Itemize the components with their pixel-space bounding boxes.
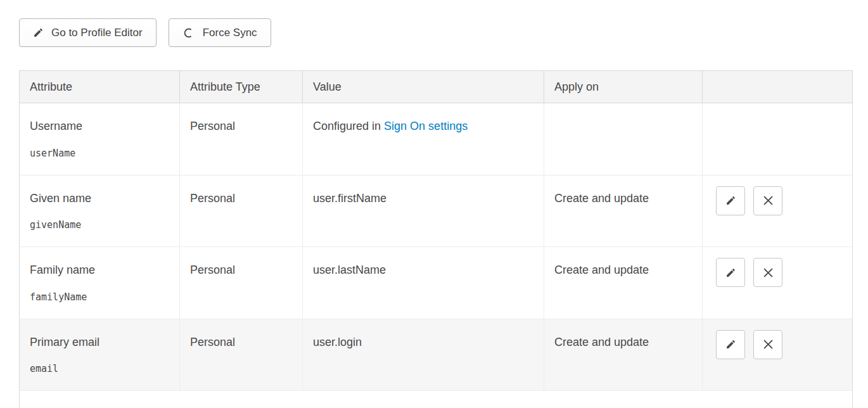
attribute-label: Username xyxy=(30,120,82,132)
attribute-mappings-table: Attribute Attribute Type Value Apply on … xyxy=(19,70,853,408)
sign-on-settings-link[interactable]: Sign On settings xyxy=(384,120,468,132)
header-apply-on: Apply on xyxy=(544,71,703,103)
header-attribute: Attribute xyxy=(20,71,180,103)
table-row: Username userName Personal Configured in… xyxy=(20,103,853,175)
pencil-icon xyxy=(33,27,44,38)
toolbar: Go to Profile Editor Force Sync xyxy=(0,0,868,47)
value-text: user.lastName xyxy=(313,264,386,276)
attribute-code: email xyxy=(30,363,169,374)
attribute-code: givenName xyxy=(30,219,169,231)
table-row: Given name givenName Personal user.first… xyxy=(20,175,853,247)
attribute-code: familyName xyxy=(30,291,169,303)
apply-on-cell xyxy=(544,103,703,175)
apply-on-cell: Create and update xyxy=(544,319,703,391)
actions-cell xyxy=(703,247,853,319)
apply-on-cell: Create and update xyxy=(544,247,703,319)
attribute-type-cell: Personal xyxy=(180,319,303,391)
header-value: Value xyxy=(303,71,544,103)
delete-attribute-button[interactable] xyxy=(753,258,782,287)
value-text: Configured in xyxy=(313,120,384,132)
go-to-profile-editor-button[interactable]: Go to Profile Editor xyxy=(19,18,156,47)
attribute-label: Primary email xyxy=(30,336,99,348)
close-icon xyxy=(763,196,773,205)
value-text: user.firstName xyxy=(313,192,386,205)
header-attribute-type: Attribute Type xyxy=(180,71,303,103)
value-cell: user.lastName xyxy=(303,247,544,319)
header-actions xyxy=(703,71,853,103)
actions-cell xyxy=(703,103,853,175)
edit-attribute-button[interactable] xyxy=(716,258,745,287)
delete-attribute-button[interactable] xyxy=(753,330,782,359)
table-header-row: Attribute Attribute Type Value Apply on xyxy=(20,71,853,103)
attribute-cell: Primary email email xyxy=(20,319,180,391)
edit-attribute-button[interactable] xyxy=(716,330,745,359)
value-text: user.login xyxy=(313,336,362,348)
table-row-partial xyxy=(20,391,853,408)
edit-attribute-button[interactable] xyxy=(716,186,745,215)
actions-cell xyxy=(703,175,853,247)
attribute-code: userName xyxy=(30,148,169,159)
attribute-label: Family name xyxy=(30,264,95,276)
force-sync-button[interactable]: Force Sync xyxy=(169,18,271,47)
attribute-type-cell: Personal xyxy=(180,247,303,319)
apply-on-cell: Create and update xyxy=(544,175,703,247)
attribute-type-cell: Personal xyxy=(180,103,303,175)
attribute-cell: Username userName xyxy=(20,103,180,175)
attribute-label: Given name xyxy=(30,192,91,205)
pencil-icon xyxy=(725,195,736,206)
refresh-icon xyxy=(182,27,195,39)
close-icon xyxy=(763,340,773,349)
delete-attribute-button[interactable] xyxy=(753,186,782,215)
table-row: Family name familyName Personal user.las… xyxy=(20,247,853,319)
partial-row-cell xyxy=(20,391,853,408)
actions-cell xyxy=(703,319,853,391)
value-cell: user.firstName xyxy=(303,175,544,247)
attribute-type-cell: Personal xyxy=(180,175,303,247)
pencil-icon xyxy=(725,267,736,278)
force-sync-label: Force Sync xyxy=(203,27,257,39)
attribute-cell: Given name givenName xyxy=(20,175,180,247)
close-icon xyxy=(763,268,773,277)
attribute-cell: Family name familyName xyxy=(20,247,180,319)
value-cell: user.login xyxy=(303,319,544,391)
table-row: Primary email email Personal user.login … xyxy=(20,319,853,391)
go-to-profile-editor-label: Go to Profile Editor xyxy=(51,27,143,39)
pencil-icon xyxy=(725,339,736,350)
value-cell: Configured in Sign On settings xyxy=(303,103,544,175)
